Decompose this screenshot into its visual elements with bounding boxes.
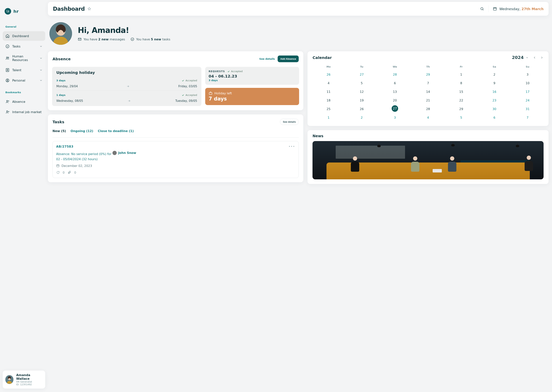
calendar-day[interactable]: 20	[379, 97, 411, 104]
calendar-day[interactable]: 15	[445, 88, 477, 96]
news-title: News	[313, 134, 544, 138]
to-date-1: Friday, 03/05	[178, 84, 197, 88]
calendar-day[interactable]: 3	[512, 71, 544, 78]
calendar-day[interactable]: 27	[346, 71, 378, 78]
tasks-chip[interactable]: You have 5 new tasks	[130, 37, 170, 41]
svg-rect-18	[57, 165, 59, 167]
calendar-day[interactable]: 31	[512, 105, 544, 113]
calendar-day[interactable]: 30	[478, 105, 510, 113]
absence-see-details-link[interactable]: See details	[259, 57, 275, 60]
task-id: AB/27583	[56, 145, 73, 148]
sidebar-item-personal[interactable]: Personal	[3, 76, 45, 85]
star-outline-icon[interactable]	[87, 7, 91, 11]
calendar-day[interactable]: 4	[412, 114, 444, 121]
task-description: Absence: No service period (0%) for John…	[56, 150, 295, 162]
sidebar-item-talent[interactable]: Talent	[3, 65, 45, 75]
user-id: ID: 12301492	[16, 383, 43, 386]
svg-point-2	[8, 57, 9, 58]
calendar-day[interactable]: 1	[313, 114, 344, 121]
calendar-day[interactable]: 1	[445, 71, 477, 78]
calendar-day[interactable]: 7	[512, 114, 544, 121]
sidebar-item-dashboard[interactable]: Dashboard	[3, 31, 45, 41]
news-panel: News	[308, 130, 549, 184]
home-icon	[5, 34, 10, 38]
request-card[interactable]: REQUESTS Accepted 04 - 06.12.23 3 days	[205, 67, 299, 85]
calendar-day[interactable]: 6	[478, 114, 510, 121]
calendar-day[interactable]: 17	[512, 88, 544, 96]
calendar-day[interactable]: 29	[412, 71, 444, 78]
calendar-day[interactable]: 2	[346, 114, 378, 121]
calendar-day[interactable]: 24	[512, 97, 544, 104]
calendar-day[interactable]: 14	[412, 88, 444, 96]
sidebar-item-hr[interactable]: Human Resources	[3, 52, 45, 64]
calendar-day[interactable]: 26	[313, 71, 344, 78]
sidebar-item-label: Absence	[12, 100, 25, 104]
svg-point-8	[7, 111, 8, 112]
calendar-dow: Sa	[478, 64, 510, 70]
topbar: Dashboard Wednesday, 27th March	[48, 2, 549, 16]
chevron-down-icon	[39, 79, 43, 82]
tasks-title: Tasks	[52, 120, 64, 124]
calendar-day[interactable]: 7	[412, 79, 444, 87]
calendar-day[interactable]: 28	[379, 71, 411, 78]
sidebar-item-absence[interactable]: Absence	[3, 97, 45, 106]
attachment-icon[interactable]	[68, 171, 71, 174]
calendar-day[interactable]: 12	[346, 88, 378, 96]
calendar-day[interactable]: 6	[379, 79, 411, 87]
user-card[interactable]: Amanda Wallace HR Generalist ID: 1230149…	[3, 371, 45, 389]
upcoming-holiday-card: Upcoming holiday 3 days Accepted Monday,…	[52, 67, 201, 106]
holiday-days-2: 1 days	[56, 94, 65, 97]
calendar-day[interactable]: 26	[346, 105, 378, 113]
calendar-day[interactable]: 10	[512, 79, 544, 87]
tab-ongoing[interactable]: Ongoing (12)	[71, 129, 93, 135]
sidebar-item-job-market[interactable]: Internal job market	[3, 107, 45, 117]
profile-avatar	[50, 22, 72, 45]
calendar-day[interactable]: 29	[445, 105, 477, 113]
greeting-title: Hi, Amanda!	[78, 26, 170, 35]
svg-point-11	[481, 7, 483, 10]
calendar-day[interactable]: 21	[412, 97, 444, 104]
from-date-1: Monday, 29/04	[56, 84, 78, 88]
topbar-date[interactable]: Wednesday, 27th March	[493, 7, 544, 11]
comment-icon[interactable]	[56, 171, 60, 174]
request-sub: 3 days	[209, 79, 296, 82]
messages-chip[interactable]: You have 2 new messages	[78, 37, 125, 41]
calendar-day-today[interactable]: 27	[392, 105, 398, 112]
calendar-day[interactable]: 5	[346, 79, 378, 87]
news-image[interactable]	[313, 141, 544, 179]
search-icon[interactable]	[480, 7, 484, 11]
tasks-see-details-button[interactable]: See details	[280, 119, 299, 125]
chevron-right-icon[interactable]	[540, 56, 544, 59]
sidebar-section-bookmarks-label: Bookmarks	[5, 91, 43, 94]
main: Dashboard Wednesday, 27th March	[48, 0, 552, 392]
calendar-day[interactable]: 23	[478, 97, 510, 104]
calendar-day[interactable]: 28	[412, 105, 444, 113]
tab-new[interactable]: New (5)	[52, 129, 66, 135]
calendar-dow: We	[379, 64, 411, 70]
chevron-down-icon	[39, 69, 43, 72]
calendar-day[interactable]: 19	[346, 97, 378, 104]
calendar-day[interactable]: 5	[445, 114, 477, 121]
add-absence-button[interactable]: Add Absence	[278, 56, 299, 62]
calendar-day[interactable]: 9	[478, 79, 510, 87]
sidebar-item-tasks[interactable]: Tasks	[3, 42, 45, 51]
more-menu-icon[interactable]: •••	[288, 145, 295, 148]
comments-count: 0	[63, 171, 65, 174]
calendar-day[interactable]: 18	[313, 97, 344, 104]
calendar-day[interactable]: 3	[379, 114, 411, 121]
calendar-day[interactable]: 2	[478, 71, 510, 78]
calendar-day[interactable]: 16	[478, 88, 510, 96]
calendar-day[interactable]: 11	[313, 88, 344, 96]
year-select[interactable]: 2024	[512, 55, 529, 60]
task-card[interactable]: AB/27583 ••• Absence: No service period …	[52, 141, 299, 178]
chevron-left-icon[interactable]	[533, 56, 536, 59]
holiday-left-title: Holiday left	[215, 91, 232, 95]
calendar-day[interactable]: 25	[313, 105, 344, 113]
calendar-day[interactable]: 22	[445, 97, 477, 104]
calendar-day[interactable]: 13	[379, 88, 411, 96]
check-circle-icon	[130, 37, 134, 41]
calendar-day[interactable]: 4	[313, 79, 344, 87]
calendar-day[interactable]: 8	[445, 79, 477, 87]
calendar-dow: Su	[512, 64, 544, 70]
tab-close-deadline[interactable]: Close to deadline (1)	[98, 129, 134, 135]
